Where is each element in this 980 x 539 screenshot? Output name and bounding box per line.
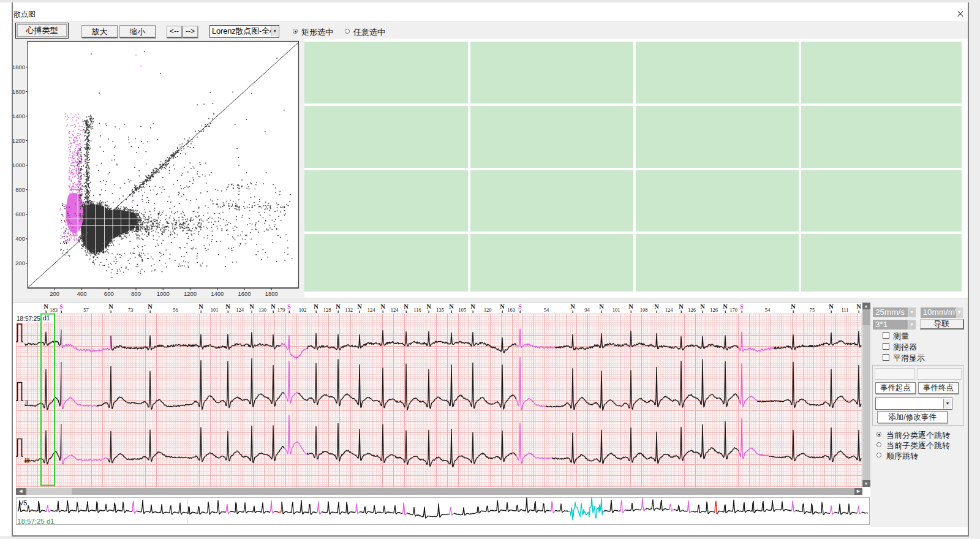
svg-text:18:57:25 d1: 18:57:25 d1 bbox=[17, 518, 55, 525]
svg-text:V5: V5 bbox=[19, 499, 27, 507]
